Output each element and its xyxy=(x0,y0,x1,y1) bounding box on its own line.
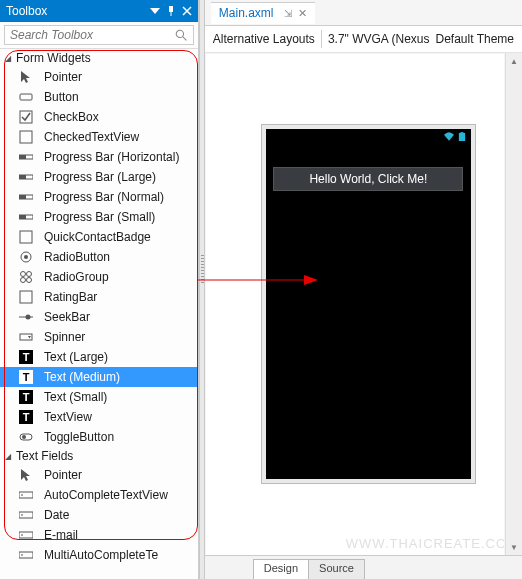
svg-rect-55 xyxy=(460,132,463,133)
toolbox-item[interactable]: ToggleButton xyxy=(0,427,198,447)
toolbox-item-label: Progress Bar (Large) xyxy=(44,170,156,184)
toolbox-item-label: Text (Large) xyxy=(44,350,108,364)
toolbox-item-label: CheckedTextView xyxy=(44,130,139,144)
svg-text:T: T xyxy=(23,391,30,403)
toolbox-item[interactable]: AutoCompleteTextView xyxy=(0,485,198,505)
toolbox-item-label: Pointer xyxy=(44,70,82,84)
progress-icon xyxy=(18,189,34,205)
toolbox-item[interactable]: RadioGroup xyxy=(0,267,198,287)
svg-text:T: T xyxy=(23,411,30,423)
pin-icon[interactable] xyxy=(166,6,176,16)
toolbox-item-label: AutoCompleteTextView xyxy=(44,488,168,502)
toolbox-item[interactable]: E-mail xyxy=(0,525,198,545)
progress-icon xyxy=(18,149,34,165)
category-label: Text Fields xyxy=(16,449,73,463)
toolbox-panel: Toolbox ◢ Form Widgets Pointer Button Ch… xyxy=(0,0,199,579)
toolbox-item[interactable]: RatingBar xyxy=(0,287,198,307)
toolbox-item[interactable]: Progress Bar (Small) xyxy=(0,207,198,227)
svg-point-17 xyxy=(24,255,28,259)
device-screen: Hello World, Click Me! xyxy=(266,129,471,479)
android-status-bar xyxy=(266,129,471,143)
svg-line-3 xyxy=(183,37,187,41)
toolbox-item[interactable]: T Text (Small) xyxy=(0,387,198,407)
toolbox-category[interactable]: ◢ Form Widgets xyxy=(0,49,198,67)
battery-icon xyxy=(457,132,467,141)
square-icon xyxy=(18,229,34,245)
toolbox-item[interactable]: T TextView xyxy=(0,407,198,427)
radio-icon xyxy=(18,249,34,265)
svg-rect-5 xyxy=(20,111,32,123)
svg-point-20 xyxy=(21,278,26,283)
progress-icon xyxy=(18,169,34,185)
square-icon xyxy=(18,129,34,145)
theme-selector[interactable]: Default Theme xyxy=(436,32,515,46)
dropdown-icon[interactable] xyxy=(150,6,160,16)
toolbox-item[interactable]: Spinner xyxy=(0,327,198,347)
toolbox-item-label: Progress Bar (Small) xyxy=(44,210,155,224)
toolbox-item[interactable]: Pointer xyxy=(0,465,198,485)
svg-rect-54 xyxy=(459,132,465,140)
tab-pin-icon[interactable]: ⇲ xyxy=(284,8,292,19)
svg-rect-15 xyxy=(20,231,32,243)
toolbox-item[interactable]: T Text (Large) xyxy=(0,347,198,367)
hello-world-button[interactable]: Hello World, Click Me! xyxy=(273,167,463,191)
toolbox-item[interactable]: Button xyxy=(0,87,198,107)
svg-rect-10 xyxy=(19,175,26,179)
svg-rect-6 xyxy=(20,131,32,143)
svg-rect-42 xyxy=(19,552,33,558)
toolbox-item[interactable]: CheckBox xyxy=(0,107,198,127)
document-tab[interactable]: Main.axml ⇲ ✕ xyxy=(211,2,315,24)
search-icon[interactable] xyxy=(175,29,188,42)
toolbox-search-input[interactable] xyxy=(4,25,194,45)
design-tab[interactable]: Design xyxy=(253,559,309,579)
toolbox-item-label: RadioGroup xyxy=(44,270,109,284)
toolbox-item[interactable]: Progress Bar (Horizontal) xyxy=(0,147,198,167)
radiogrp-icon xyxy=(18,269,34,285)
toolbox-item[interactable]: T Text (Medium) xyxy=(0,367,198,387)
toolbar-separator xyxy=(321,30,322,48)
toolbox-item[interactable]: Date xyxy=(0,505,198,525)
svg-point-18 xyxy=(21,272,26,277)
device-selector[interactable]: 3.7" WVGA (Nexus xyxy=(328,32,430,46)
input-icon xyxy=(18,487,34,503)
toolbox-item[interactable]: Progress Bar (Large) xyxy=(0,167,198,187)
toolbox-item[interactable]: CheckedTextView xyxy=(0,127,198,147)
toolbox-item[interactable]: MultiAutoCompleteTe xyxy=(0,545,198,565)
toolbox-item-label: SeekBar xyxy=(44,310,90,324)
alt-layouts-button[interactable]: Alternative Layouts xyxy=(213,32,315,46)
toolbox-item-label: TextView xyxy=(44,410,92,424)
toolbox-item-label: Spinner xyxy=(44,330,85,344)
document-tab-strip: Main.axml ⇲ ✕ xyxy=(205,0,522,25)
twisty-icon: ◢ xyxy=(4,54,12,63)
text-icon: T xyxy=(18,389,34,405)
toolbox-title-text: Toolbox xyxy=(6,4,144,18)
svg-rect-12 xyxy=(19,195,26,199)
svg-rect-14 xyxy=(19,215,26,219)
toolbox-item-label: RatingBar xyxy=(44,290,97,304)
category-label: Form Widgets xyxy=(16,51,91,65)
toolbox-item-label: CheckBox xyxy=(44,110,99,124)
toolbox-item[interactable]: RadioButton xyxy=(0,247,198,267)
seekbar-icon xyxy=(18,309,34,325)
toolbox-item[interactable]: QuickContactBadge xyxy=(0,227,198,247)
designer-scrollbar[interactable]: ▲▼ xyxy=(505,53,522,555)
svg-rect-22 xyxy=(20,291,32,303)
pointer-icon xyxy=(18,69,34,85)
svg-rect-1 xyxy=(170,12,171,16)
pointer-icon xyxy=(18,467,34,483)
toolbox-item[interactable]: Progress Bar (Normal) xyxy=(0,187,198,207)
watermark-text: WWW.THAICREATE.COM xyxy=(346,536,504,551)
square-icon xyxy=(18,289,34,305)
svg-rect-0 xyxy=(169,6,173,12)
toolbox-item-label: Date xyxy=(44,508,69,522)
twisty-icon: ◢ xyxy=(4,452,12,461)
tab-close-icon[interactable]: ✕ xyxy=(298,7,307,20)
toolbox-item[interactable]: Pointer xyxy=(0,67,198,87)
close-icon[interactable] xyxy=(182,6,192,16)
source-tab[interactable]: Source xyxy=(308,559,365,579)
toolbox-search-wrap xyxy=(0,22,198,49)
toolbox-category[interactable]: ◢ Text Fields xyxy=(0,447,198,465)
button-icon xyxy=(18,89,34,105)
toolbox-item-label: QuickContactBadge xyxy=(44,230,151,244)
toolbox-item[interactable]: SeekBar xyxy=(0,307,198,327)
